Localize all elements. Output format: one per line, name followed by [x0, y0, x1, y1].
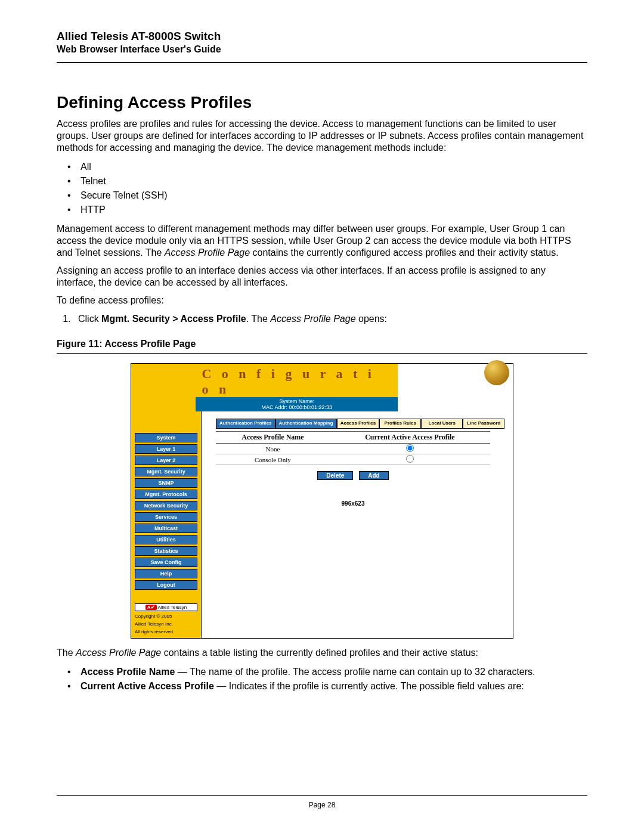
- system-name-label: System Name:: [196, 398, 398, 404]
- config-banner: C o n f i g u r a t i o n: [196, 364, 398, 397]
- add-button[interactable]: Add: [359, 471, 388, 480]
- after-figure-paragraph: The Access Profile Page contains a table…: [57, 647, 587, 659]
- methods-item: Secure Telnet (SSH): [80, 188, 587, 203]
- intro-paragraph: Access profiles are profiles and rules f…: [57, 118, 587, 154]
- sidebar-item-logout[interactable]: Logout: [135, 580, 197, 590]
- cell-profile-name: Console Only: [216, 454, 330, 465]
- field-definitions: Access Profile Name — The name of the pr…: [57, 665, 587, 693]
- sidebar-item-network-security[interactable]: Network Security: [135, 501, 197, 510]
- sidebar-item-layer1[interactable]: Layer 1: [135, 444, 197, 454]
- methods-item: All: [80, 160, 587, 174]
- copyright-line: Copyright © 2005: [135, 614, 197, 619]
- figure-access-profile-page: C o n f i g u r a t i o n System Name: M…: [131, 363, 513, 639]
- def-access-profile-name: Access Profile Name — The name of the pr…: [80, 665, 587, 679]
- tab-bar: Authentication Profiles Authentication M…: [216, 419, 507, 429]
- cell-profile-name: None: [216, 444, 330, 454]
- tab-auth-mapping[interactable]: Authentication Mapping: [275, 419, 337, 429]
- tab-access-profiles[interactable]: Access Profiles: [337, 419, 380, 429]
- sidebar-item-mgmt-protocols[interactable]: Mgmt. Protocols: [135, 490, 197, 499]
- globe-logo-icon: [398, 364, 513, 411]
- methods-item: Telnet: [80, 174, 587, 188]
- doc-subtitle: Web Browser Interface User's Guide: [57, 44, 587, 55]
- def-current-active: Current Active Access Profile — Indicate…: [80, 679, 587, 693]
- sidebar-item-help[interactable]: Help: [135, 569, 197, 578]
- sidebar-item-multicast[interactable]: Multicast: [135, 524, 197, 533]
- sidebar-item-utilities[interactable]: Utilities: [135, 535, 197, 544]
- methods-item: HTTP: [80, 203, 587, 217]
- col-active-profile: Current Active Access Profile: [330, 432, 490, 444]
- sidebar-item-mgmt-security[interactable]: Mgmt. Security: [135, 467, 197, 476]
- sidebar-item-services[interactable]: Services: [135, 512, 197, 522]
- paragraph-to-define: To define access profiles:: [57, 295, 587, 306]
- figure-dimensions: 996x623: [216, 500, 490, 507]
- copyright-line: All rights reserved.: [135, 629, 197, 634]
- table-row: None: [216, 444, 490, 454]
- methods-list: All Telnet Secure Telnet (SSH) HTTP: [57, 160, 587, 217]
- tab-profiles-rules[interactable]: Profiles Rules: [379, 419, 421, 429]
- copyright-line: Allied Telesyn Inc.: [135, 621, 197, 627]
- figure-caption: Figure 11: Access Profile Page: [57, 339, 587, 349]
- page-number: Page 28: [0, 801, 644, 809]
- sidebar-item-statistics[interactable]: Statistics: [135, 546, 197, 556]
- table-row: Console Only: [216, 454, 490, 465]
- steps-list: Click Mgmt. Security > Access Profile. T…: [57, 312, 587, 326]
- profiles-table: Access Profile Name Current Active Acces…: [216, 431, 490, 465]
- radio-active-profile[interactable]: [406, 444, 414, 452]
- sidebar: System Layer 1 Layer 2 Mgmt. Security SN…: [131, 411, 202, 638]
- paragraph-management-access: Management access to different managemen…: [57, 223, 587, 259]
- step-1: Click Mgmt. Security > Access Profile. T…: [73, 312, 587, 326]
- delete-button[interactable]: Delete: [317, 471, 353, 480]
- paragraph-assigning: Assigning an access profile to an interf…: [57, 265, 587, 289]
- sidebar-item-save-config[interactable]: Save Config: [135, 558, 197, 567]
- col-profile-name: Access Profile Name: [216, 432, 330, 444]
- tab-line-password[interactable]: Line Password: [463, 419, 504, 429]
- main-panel: Authentication Profiles Authentication M…: [202, 411, 513, 638]
- brand-logo: A✔ Allied Telesyn: [135, 603, 197, 611]
- radio-active-profile[interactable]: [406, 455, 414, 463]
- sidebar-item-snmp[interactable]: SNMP: [135, 478, 197, 488]
- section-heading: Defining Access Profiles: [57, 93, 587, 112]
- doc-title: Allied Telesis AT-8000S Switch: [57, 30, 587, 43]
- sidebar-item-system[interactable]: System: [135, 433, 197, 442]
- tab-auth-profiles[interactable]: Authentication Profiles: [216, 419, 275, 429]
- tab-local-users[interactable]: Local Users: [421, 419, 463, 429]
- sidebar-item-layer2[interactable]: Layer 2: [135, 456, 197, 465]
- mac-address: MAC Addr: 00:00:b0:01:22:33: [196, 404, 398, 410]
